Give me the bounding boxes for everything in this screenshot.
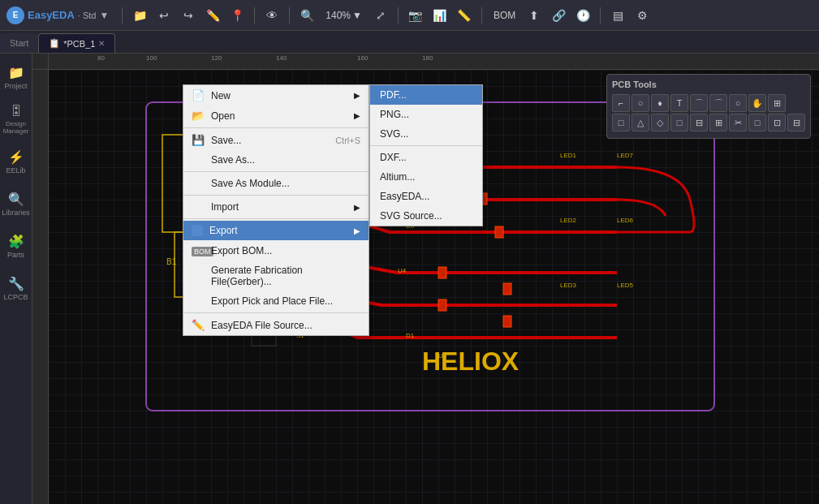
settings-btn[interactable]: ⚙ (631, 5, 653, 26)
menu-item-export[interactable]: Export ▶ (183, 221, 369, 240)
menu-item-generate-fab[interactable]: Generate Fabrication File(Gerber)... (183, 261, 369, 291)
sidebar-item-design-manager[interactable]: 🎛 DesignManager (2, 99, 31, 140)
svg-text:LED7: LED7 (617, 152, 634, 159)
sidebar-item-parts[interactable]: 🧩 Parts (2, 226, 31, 266)
svg-rect-9 (438, 267, 446, 278)
export-submenu-dxf[interactable]: DXF... (370, 148, 482, 167)
file-menu: 📄 New ▶ 📂 Open ▶ 💾 Save... Ctrl+S Save A… (183, 84, 369, 336)
export-submenu-pdf[interactable]: PDF... (370, 85, 482, 105)
open-icon: 📂 (192, 110, 205, 122)
menu-item-export-pick[interactable]: Export Pick and Place File... (183, 291, 369, 311)
export-submenu-svg-source[interactable]: SVG Source... (370, 206, 482, 226)
camera-btn[interactable]: 📷 (405, 5, 426, 26)
pcb-tools-row-2: □ △ ◇ □ ⊟ ⊞ ✂ □ ⊡ ⊟ (612, 114, 805, 131)
pcb-tool-sub[interactable]: ⊟ (787, 114, 805, 131)
sidebar-item-project[interactable]: 📁 Project (2, 57, 31, 97)
pcb-tool-square[interactable]: □ (670, 114, 688, 131)
main-area: 📁 Project 🎛 DesignManager ⚡ EELib 🔍 Libr… (0, 54, 819, 504)
tab-start[interactable]: Start (0, 33, 38, 53)
ruler-horizontal: 80 100 120 140 160 180 (49, 54, 819, 70)
folder-btn[interactable]: 📁 (129, 5, 150, 26)
pcb-tool-diamond[interactable]: ◇ (651, 114, 669, 131)
parts-icon: 🧩 (8, 234, 24, 249)
export-arrow: ▶ (354, 226, 360, 235)
pcb-tool-arc1[interactable]: ⌒ (690, 94, 708, 112)
pcb-tool-wire[interactable]: ⌐ (612, 94, 630, 112)
pcb-tool-minus[interactable]: ⊟ (690, 114, 708, 131)
svg-text:LED6: LED6 (617, 217, 634, 224)
pcb-tool-rect[interactable]: □ (612, 114, 630, 131)
new-icon: 📄 (192, 89, 205, 101)
zoom-out-btn[interactable]: 🔍 (296, 5, 317, 26)
menu-item-save-module[interactable]: Save As Module... (183, 174, 369, 193)
svg-text:LED3: LED3 (560, 282, 577, 289)
tab-close-icon[interactable]: ✕ (98, 39, 105, 48)
pcb-tool-circle[interactable]: ○ (631, 94, 649, 112)
pcb-tool-arc2[interactable]: ⌒ (709, 94, 727, 112)
new-arrow: ▶ (354, 91, 360, 100)
pcb-tool-oval[interactable]: ○ (729, 94, 747, 112)
dropdown-arrow[interactable]: ▼ (99, 10, 109, 21)
export-submenu-easyeda[interactable]: EasyEDA... (370, 187, 482, 206)
pcb-tool-angle[interactable]: △ (631, 114, 649, 131)
import-arrow: ▶ (354, 203, 360, 212)
export-btn[interactable]: ⬆ (524, 5, 545, 26)
svg-rect-10 (503, 283, 511, 295)
pcb-tool-plus[interactable]: ⊞ (709, 114, 727, 131)
menu-item-save[interactable]: 💾 Save... Ctrl+S (183, 130, 369, 150)
layers-btn[interactable]: ▤ (607, 5, 628, 26)
project-icon: 📁 (8, 65, 24, 80)
pcb-tool-pad[interactable]: ♦ (651, 94, 669, 112)
graph-btn[interactable]: 📊 (429, 5, 450, 26)
save-icon: 💾 (192, 134, 205, 146)
share-btn[interactable]: 🔗 (548, 5, 569, 26)
menu-item-export-bom[interactable]: BOM Export BOM... (183, 240, 369, 261)
canvas-area: 80 100 120 140 160 180 HELIOX (32, 54, 819, 504)
app-name: EasyEDA (28, 9, 75, 21)
toolbar: E EasyEDA · Std ▼ 📁 ↩ ↪ ✏️ 📍 👁 🔍 140%▼ ⤢… (0, 0, 819, 31)
menu-item-open[interactable]: 📂 Open ▶ (183, 106, 369, 126)
sidebar-item-eelib[interactable]: ⚡ EELib (2, 141, 31, 182)
tab-pcb1[interactable]: 📋 *PCB_1 ✕ (38, 33, 115, 53)
logo-icon: E (6, 6, 24, 24)
menu-item-import[interactable]: Import ▶ (183, 197, 369, 217)
menu-item-easyeda-source[interactable]: ✏️ EasyEDA File Source... (183, 315, 369, 335)
open-arrow: ▶ (354, 111, 360, 120)
zoom-level-display[interactable]: 140%▼ (321, 5, 367, 26)
eye-btn[interactable]: 👁 (261, 5, 282, 26)
svg-text:U5: U5 (438, 352, 447, 360)
measure-btn[interactable]: 📏 (454, 5, 475, 26)
export-submenu-png[interactable]: PNG... (370, 105, 482, 124)
pcb-tool-text[interactable]: T (670, 94, 688, 112)
menu-sep-4 (183, 218, 369, 219)
toolbar-sep-3 (289, 7, 290, 24)
undo-btn[interactable]: ↩ (153, 5, 175, 26)
svg-rect-12 (503, 316, 511, 327)
bom-btn[interactable]: BOM (489, 5, 520, 26)
export-submenu-altium[interactable]: Altium... (370, 167, 482, 187)
redo-btn[interactable]: ↪ (178, 5, 199, 26)
sidebar-item-libraries[interactable]: 🔍 Libraries (2, 183, 31, 224)
bom-icon: BOM (192, 244, 205, 256)
menu-item-save-as[interactable]: Save As... (183, 150, 369, 170)
export-submenu-svg[interactable]: SVG... (370, 124, 482, 144)
menu-item-new[interactable]: 📄 New ▶ (183, 85, 369, 106)
history-btn[interactable]: 🕐 (572, 5, 593, 26)
pcb-tool-dotgrid[interactable]: ⊡ (768, 114, 786, 131)
lcpcb-icon: 🔧 (8, 276, 24, 291)
pcb-tool-pan[interactable]: ✋ (748, 94, 766, 112)
pencil-btn[interactable]: ✏️ (202, 5, 223, 26)
app-edition: · Std (78, 11, 97, 20)
pcb-tool-box[interactable]: □ (748, 114, 766, 131)
svg-text:HELIOX: HELIOX (422, 347, 519, 376)
pcb-tool-cut[interactable]: ✂ (729, 114, 747, 131)
toolbar-sep-4 (398, 7, 399, 24)
eelib-icon: ⚡ (8, 149, 24, 165)
pcb-tool-grid[interactable]: ⊞ (768, 94, 786, 112)
location-btn[interactable]: 📍 (226, 5, 248, 26)
toolbar-sep-1 (122, 7, 123, 24)
logo-area: E EasyEDA · Std ▼ (6, 6, 109, 24)
zoom-fit-btn[interactable]: ⤢ (370, 5, 391, 26)
sidebar-item-lcpcb[interactable]: 🔧 LCPCB (2, 268, 31, 308)
svg-rect-8 (495, 226, 503, 238)
